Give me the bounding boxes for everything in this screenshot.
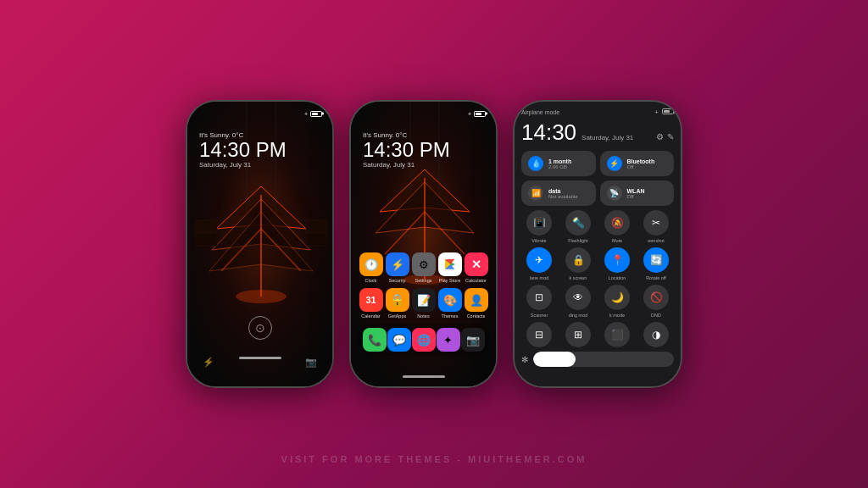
misc2-btn[interactable]: ⊞ — [565, 322, 591, 347]
status-icons-1: + — [304, 111, 322, 117]
screenshot-btn[interactable]: ✂ — [643, 210, 669, 236]
reading-btn[interactable]: 👁 — [565, 285, 591, 310]
cc-toggle-row-1: 📳 Vibrate 🔦 Flashlight 🔕 Mute ✂ eenshot — [521, 210, 674, 243]
app-settings[interactable]: ⚙ Settings — [411, 252, 437, 283]
svg-point-11 — [236, 290, 287, 303]
camera-icon[interactable]: 📷 — [305, 357, 317, 368]
cc-status-icons: + — [654, 108, 674, 116]
cc-tile-wlan[interactable]: 📡 WLAN Off — [600, 180, 675, 206]
flashlight-icon[interactable]: ⚡ — [203, 357, 214, 368]
app-row-1: 🕐 Clock ⚡ Security ⚙ Settings Play Store… — [358, 252, 489, 283]
app-notes[interactable]: 📝 Notes — [411, 288, 437, 319]
cc-date-display: Saturday, July 31 — [581, 134, 633, 141]
mute-label: Mute — [612, 238, 622, 243]
brightness-bar[interactable] — [533, 352, 674, 367]
misc4-btn[interactable]: ◑ — [643, 322, 669, 347]
homescreen-weather-2: It's Sunny. 0°C 14:30 PM Saturday, July … — [363, 131, 450, 169]
mute-btn[interactable]: 🔕 — [604, 210, 630, 236]
phone-1-lockscreen: + It's Sunny. 0°C 14:30 PM Saturday, Jul… — [186, 100, 334, 388]
vibrate-btn[interactable]: 📳 — [526, 210, 552, 236]
toggle-scanner[interactable]: ⊡ Scanner — [521, 285, 557, 318]
mobile-data-icon: 📶 — [528, 186, 543, 201]
location-btn[interactable]: 📍 — [604, 247, 630, 273]
toggle-flashlight[interactable]: 🔦 Flashlight — [560, 210, 596, 243]
fingerprint-icon[interactable]: ⊙ — [248, 316, 272, 340]
lockscreen-btn[interactable]: 🔒 — [565, 247, 591, 273]
edit-icon[interactable]: ✎ — [667, 132, 674, 141]
screenshot-label: eenshot — [648, 238, 665, 243]
cc-tile-mdata-title: data — [548, 188, 578, 194]
time-display-2: 14:30 PM — [363, 139, 450, 161]
cc-toggle-row-3: ⊡ Scanner 👁 ding mod 🌙 k mode 🚫 DND — [521, 285, 674, 318]
toggle-rotate[interactable]: 🔄 Rotate off — [638, 247, 674, 280]
location-label: Location — [609, 275, 626, 280]
misc3-btn[interactable]: ⬛ — [604, 322, 630, 347]
rotate-btn[interactable]: 🔄 — [643, 247, 669, 273]
cc-time-display: 14:30 — [521, 119, 576, 146]
misc1-btn[interactable]: ⊟ — [526, 322, 552, 347]
app-calendar[interactable]: 31 Calendar — [359, 288, 384, 319]
cc-tile-mobile-data[interactable]: 📶 data Not available — [521, 180, 596, 206]
app-playstore[interactable]: Play Store — [437, 252, 463, 283]
toggle-location[interactable]: 📍 Location — [599, 247, 635, 280]
brightness-fill — [533, 352, 576, 367]
toggle-misc1[interactable]: ⊟ — [521, 322, 557, 347]
airplane-btn[interactable]: ✈ — [526, 247, 552, 273]
brightness-icon: ✻ — [521, 355, 528, 364]
airplane-label: lane mod — [530, 275, 549, 280]
weather-text-2: It's Sunny. 0°C — [363, 131, 450, 139]
flashlight-label: Flashlight — [568, 238, 588, 243]
toggle-misc3[interactable]: ⬛ — [599, 322, 635, 347]
app-phone[interactable]: 📞 — [362, 328, 387, 352]
cc-toggle-row-4: ⊟ ⊞ ⬛ ◑ — [521, 322, 674, 347]
app-messages[interactable]: 💬 — [387, 328, 411, 352]
gear-icon[interactable]: ⚙ — [656, 132, 664, 141]
dnd-btn[interactable]: 🚫 — [643, 285, 669, 310]
flashlight-btn[interactable]: 🔦 — [565, 210, 591, 236]
watermark-text: VISIT FOR MORE THEMES - MIUITHEMER.COM — [281, 454, 587, 464]
bluetooth-icon: ⚡ — [607, 156, 622, 171]
cc-tile-wlan-sub: Off — [627, 194, 645, 199]
app-security[interactable]: ⚡ Security — [385, 252, 410, 283]
toggle-reading[interactable]: 👁 ding mod — [560, 285, 596, 318]
toggle-airplane[interactable]: ✈ lane mod — [521, 247, 557, 280]
fingerprint-glyph: ⊙ — [255, 321, 265, 335]
app-browser[interactable]: 🌐 — [411, 328, 436, 352]
darkmode-btn[interactable]: 🌙 — [604, 285, 630, 310]
svg-rect-9 — [306, 220, 327, 233]
toggle-misc2[interactable]: ⊞ — [560, 322, 596, 347]
app-music[interactable]: ✦ — [436, 328, 460, 352]
app-calculator[interactable]: ✕ Calculator — [464, 252, 489, 283]
cc-brightness-row: ✻ — [521, 352, 674, 367]
app-themes[interactable]: 🎨 Themes — [437, 288, 463, 319]
toggle-vibrate[interactable]: 📳 Vibrate — [521, 210, 557, 243]
cc-tile-data[interactable]: 💧 1 month 2.06 GB — [521, 151, 596, 176]
toggle-lockscreen[interactable]: 🔒 k screen — [560, 247, 596, 280]
cc-tile-data-sub: 2.06 GB — [548, 164, 571, 169]
toggle-screenshot[interactable]: ✂ eenshot — [638, 210, 674, 243]
app-clock[interactable]: 🕐 Clock — [359, 252, 384, 283]
app-grid: 🕐 Clock ⚡ Security ⚙ Settings Play Store… — [351, 252, 496, 361]
cc-time-row: 14:30 Saturday, July 31 ⚙ ✎ — [521, 119, 674, 146]
toggle-dnd[interactable]: 🚫 DND — [638, 285, 674, 318]
lock-weather-1: It's Sunny. 0°C 14:30 PM Saturday, July … — [199, 131, 287, 169]
app-getapps[interactable]: 🔒 GetApps — [385, 288, 410, 319]
cc-top-bar: Airplane mode + — [521, 108, 674, 116]
cc-wide-tiles: 💧 1 month 2.06 GB ⚡ Bluetooth Off 📶 data… — [521, 151, 674, 206]
rotate-label: Rotate off — [646, 275, 666, 280]
scanner-btn[interactable]: ⊡ — [526, 285, 552, 310]
cc-tile-wlan-title: WLAN — [627, 188, 645, 194]
toggle-misc4[interactable]: ◑ — [638, 322, 674, 347]
toggle-mute[interactable]: 🔕 Mute — [599, 210, 635, 243]
app-camera[interactable]: 📷 — [460, 328, 485, 352]
app-row-dock: 📞 💬 🌐 ✦ 📷 — [358, 324, 489, 356]
time-display-1: 14:30 PM — [199, 139, 287, 161]
app-contacts[interactable]: 👤 Contacts — [464, 288, 489, 319]
svg-rect-10 — [306, 233, 327, 246]
cc-tile-wlan-text: WLAN Off — [627, 188, 645, 199]
cc-tile-bluetooth[interactable]: ⚡ Bluetooth Off — [600, 151, 675, 176]
plus-icon: + — [654, 108, 659, 116]
toggle-darkmode[interactable]: 🌙 k mode — [599, 285, 635, 318]
dnd-label: DND — [651, 313, 661, 318]
svg-rect-7 — [196, 220, 217, 233]
